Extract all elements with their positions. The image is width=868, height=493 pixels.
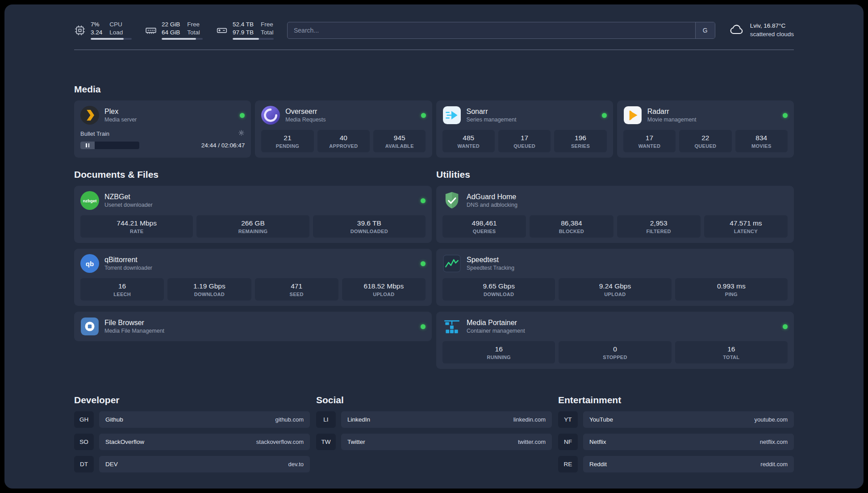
stat-pending: 21 PENDING bbox=[261, 130, 313, 152]
adguard-shield-icon bbox=[442, 191, 461, 210]
stat-downloaded: 39.6 TB DOWNLOADED bbox=[313, 215, 426, 238]
bookmark-reddit[interactable]: RE Reddit reddit.com bbox=[558, 456, 794, 472]
disk-total-value: 97.9 TB bbox=[233, 29, 254, 37]
app-card-radarr[interactable]: Radarr Movie management 17 WANTED 22 QUE… bbox=[617, 100, 794, 158]
app-card-qbittorrent[interactable]: qb qBittorrent Torrent downloader 16 LEE… bbox=[74, 249, 432, 306]
stat-leech: 16 LEECH bbox=[80, 278, 164, 301]
bookmark-stackoverflow[interactable]: SO StackOverflow stackoverflow.com bbox=[74, 434, 310, 450]
stat-available: 945 AVAILABLE bbox=[373, 130, 426, 152]
section-media: Media Plex Media server bbox=[74, 84, 794, 158]
bookmark-abbr[interactable]: TW bbox=[316, 434, 336, 450]
app-card-portainer[interactable]: Media Portainer Container management 16 … bbox=[436, 312, 794, 369]
bookmark-twitter[interactable]: TW Twitter twitter.com bbox=[316, 434, 552, 450]
cpu-load-value: 3.24 bbox=[91, 29, 102, 37]
bookmark-section-social: Social LI LinkedIn linkedin.com TW Twitt… bbox=[316, 395, 552, 450]
ram-stat: 22 GiB 64 GiB Free Total bbox=[145, 21, 203, 40]
app-title: Overseerr bbox=[285, 108, 326, 116]
bookmark-abbr[interactable]: NF bbox=[558, 434, 578, 450]
app-card-nzbget[interactable]: nzbget NZBGet Usenet downloader 744.21 M… bbox=[74, 186, 432, 243]
bookmark-link[interactable]: LinkedIn linkedin.com bbox=[341, 411, 552, 428]
dashboard-panel: 7% 3.24 CPU Load bbox=[4, 4, 864, 489]
bookmark-dev[interactable]: DT DEV dev.to bbox=[74, 456, 310, 472]
section-documents: Documents & Files nzbget NZBGet Usenet d… bbox=[74, 169, 432, 341]
bookmark-link[interactable]: Reddit reddit.com bbox=[583, 456, 794, 472]
cpu-label-bottom: Load bbox=[109, 29, 123, 37]
ram-free-value: 22 GiB bbox=[162, 21, 180, 29]
bookmark-github[interactable]: GH Github github.com bbox=[74, 411, 310, 428]
bookmark-abbr[interactable]: YT bbox=[558, 411, 578, 428]
nzbget-icon: nzbget bbox=[80, 191, 99, 210]
bookmark-section-entertainment: Entertainment YT YouTube youtube.com NF … bbox=[558, 395, 794, 472]
status-online-dot bbox=[602, 113, 607, 118]
bookmark-link[interactable]: Netflix netflix.com bbox=[583, 434, 794, 450]
app-title: File Browser bbox=[104, 319, 164, 327]
app-card-plex[interactable]: Plex Media server Bullet Train bbox=[74, 100, 251, 158]
entertainment-heading: Entertainment bbox=[558, 395, 794, 405]
filebrowser-icon bbox=[80, 317, 99, 336]
topbar-divider bbox=[74, 50, 794, 50]
portainer-crane-icon bbox=[442, 317, 461, 336]
app-title: NZBGet bbox=[104, 193, 153, 201]
stat-stopped: 0 STOPPED bbox=[559, 341, 671, 363]
bookmark-abbr[interactable]: SO bbox=[74, 434, 94, 450]
stat-approved: 40 APPROVED bbox=[317, 130, 370, 152]
search-engine-button[interactable]: G bbox=[695, 22, 715, 38]
stat-queued: 17 QUEUED bbox=[498, 130, 551, 152]
now-playing-title: Bullet Train bbox=[80, 130, 109, 137]
ram-icon bbox=[145, 25, 157, 36]
bookmark-youtube[interactable]: YT YouTube youtube.com bbox=[558, 411, 794, 428]
bookmark-netflix[interactable]: NF Netflix netflix.com bbox=[558, 434, 794, 450]
stat-running: 16 RUNNING bbox=[442, 341, 555, 363]
app-card-overseerr[interactable]: Overseerr Media Requests 21 PENDING 40 A… bbox=[255, 100, 432, 158]
bookmark-link[interactable]: Twitter twitter.com bbox=[341, 434, 552, 450]
app-subtitle: Container management bbox=[467, 328, 525, 334]
app-card-adguard[interactable]: AdGuard Home DNS and adblocking 498,461 … bbox=[436, 186, 794, 243]
bookmark-link[interactable]: Github github.com bbox=[99, 411, 310, 428]
status-online-dot bbox=[421, 324, 426, 329]
status-online-dot bbox=[421, 113, 426, 118]
topbar: 7% 3.24 CPU Load bbox=[74, 4, 794, 40]
bookmark-abbr[interactable]: DT bbox=[74, 456, 94, 472]
social-heading: Social bbox=[316, 395, 552, 405]
stat-total: 16 TOTAL bbox=[675, 341, 788, 363]
bookmark-link[interactable]: StackOverflow stackoverflow.com bbox=[99, 434, 310, 450]
seek-bar[interactable] bbox=[80, 142, 139, 149]
bookmark-linkedin[interactable]: LI LinkedIn linkedin.com bbox=[316, 411, 552, 428]
overseerr-icon bbox=[261, 106, 280, 125]
cpu-percent: 7% bbox=[91, 21, 102, 29]
disk-stat: 52.4 TB 97.9 TB Free Total bbox=[216, 21, 274, 40]
bookmark-link[interactable]: DEV dev.to bbox=[99, 456, 310, 472]
disk-label-top: Free bbox=[261, 21, 274, 29]
app-subtitle: Usenet downloader bbox=[104, 202, 153, 208]
app-card-filebrowser[interactable]: File Browser Media File Management bbox=[74, 312, 432, 341]
bookmark-abbr[interactable]: RE bbox=[558, 456, 578, 472]
stat-rate: 744.21 Mbps RATE bbox=[80, 215, 193, 238]
stat-series: 196 SERIES bbox=[554, 130, 606, 152]
app-card-sonarr[interactable]: Sonarr Series management 485 WANTED 17 Q… bbox=[436, 100, 613, 158]
search-bar[interactable]: G bbox=[287, 22, 715, 39]
app-title: Speedtest bbox=[467, 256, 514, 264]
pause-icon[interactable] bbox=[80, 142, 95, 149]
qbittorrent-icon: qb bbox=[80, 254, 99, 273]
app-title: Sonarr bbox=[467, 108, 517, 116]
app-card-speedtest[interactable]: Speedtest Speedtest Tracking 9.65 Gbps D… bbox=[436, 249, 794, 306]
stat-ping: 0.993 ms PING bbox=[675, 278, 788, 301]
gear-icon[interactable] bbox=[238, 130, 245, 138]
stat-seed: 471 SEED bbox=[255, 278, 338, 301]
bookmark-abbr[interactable]: LI bbox=[316, 411, 336, 428]
weather-location: Lviv, 16.87°C bbox=[750, 22, 794, 30]
stat-blocked: 86,384 BLOCKED bbox=[530, 215, 613, 238]
developer-heading: Developer bbox=[74, 395, 310, 405]
app-title: qBittorrent bbox=[104, 256, 152, 264]
hard-disk-icon bbox=[216, 25, 228, 36]
search-input[interactable] bbox=[288, 22, 695, 38]
cloud-icon bbox=[729, 21, 745, 39]
status-online-dot bbox=[783, 113, 788, 118]
app-subtitle: Media File Management bbox=[104, 328, 164, 334]
stat-queued: 22 QUEUED bbox=[679, 130, 731, 152]
bookmark-link[interactable]: YouTube youtube.com bbox=[583, 411, 794, 428]
bookmark-abbr[interactable]: GH bbox=[74, 411, 94, 428]
ram-usage-bar bbox=[162, 38, 203, 40]
stat-upload: 9.24 Gbps UPLOAD bbox=[559, 278, 671, 301]
weather-widget[interactable]: Lviv, 16.87°C scattered clouds bbox=[729, 21, 794, 39]
